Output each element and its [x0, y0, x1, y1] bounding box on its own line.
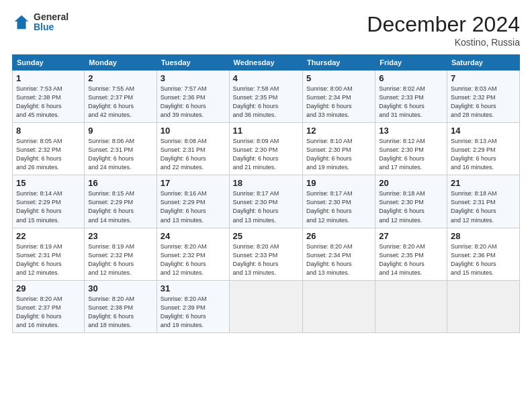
calendar-week-row-2: 8Sunrise: 8:05 AM Sunset: 2:32 PM Daylig…	[13, 123, 520, 175]
logo-blue-text: Blue	[34, 22, 69, 32]
calendar-cell: 22Sunrise: 8:19 AM Sunset: 2:31 PM Dayli…	[13, 228, 85, 280]
logo-icon	[12, 13, 31, 32]
day-number: 24	[161, 231, 226, 241]
calendar-cell: 2Sunrise: 7:55 AM Sunset: 2:37 PM Daylig…	[85, 71, 157, 123]
col-header-tuesday: Tuesday	[157, 55, 229, 71]
day-number: 4	[233, 73, 299, 83]
day-number: 13	[379, 126, 443, 136]
col-header-friday: Friday	[375, 55, 447, 71]
calendar-cell: 14Sunrise: 8:13 AM Sunset: 2:29 PM Dayli…	[447, 123, 519, 175]
calendar-cell: 1Sunrise: 7:53 AM Sunset: 2:38 PM Daylig…	[13, 71, 85, 123]
calendar-cell: 26Sunrise: 8:20 AM Sunset: 2:34 PM Dayli…	[302, 228, 375, 280]
day-number: 23	[88, 231, 153, 241]
calendar-week-row-5: 29Sunrise: 8:20 AM Sunset: 2:37 PM Dayli…	[13, 280, 520, 332]
col-header-sunday: Sunday	[13, 55, 85, 71]
day-info: Sunrise: 7:55 AM Sunset: 2:37 PM Dayligh…	[88, 85, 153, 120]
calendar-week-row-4: 22Sunrise: 8:19 AM Sunset: 2:31 PM Dayli…	[13, 228, 520, 280]
day-number: 29	[16, 283, 81, 293]
day-number: 3	[161, 73, 226, 83]
day-info: Sunrise: 8:06 AM Sunset: 2:31 PM Dayligh…	[88, 137, 153, 172]
day-info: Sunrise: 8:18 AM Sunset: 2:31 PM Dayligh…	[451, 189, 516, 224]
day-info: Sunrise: 8:20 AM Sunset: 2:34 PM Dayligh…	[306, 242, 371, 277]
day-info: Sunrise: 8:03 AM Sunset: 2:32 PM Dayligh…	[451, 85, 516, 120]
logo: General Blue	[12, 12, 69, 33]
page: General Blue December 2024 Kostino, Russ…	[0, 0, 532, 411]
day-info: Sunrise: 8:17 AM Sunset: 2:30 PM Dayligh…	[306, 189, 371, 224]
day-info: Sunrise: 8:19 AM Sunset: 2:32 PM Dayligh…	[88, 242, 153, 277]
calendar-cell: 31Sunrise: 8:20 AM Sunset: 2:39 PM Dayli…	[157, 280, 229, 332]
calendar-cell: 8Sunrise: 8:05 AM Sunset: 2:32 PM Daylig…	[13, 123, 85, 175]
day-info: Sunrise: 8:18 AM Sunset: 2:30 PM Dayligh…	[379, 189, 443, 224]
day-info: Sunrise: 8:00 AM Sunset: 2:34 PM Dayligh…	[306, 85, 371, 120]
calendar-week-row-3: 15Sunrise: 8:14 AM Sunset: 2:29 PM Dayli…	[13, 175, 520, 228]
col-header-saturday: Saturday	[447, 55, 519, 71]
col-header-monday: Monday	[85, 55, 157, 71]
day-number: 30	[88, 283, 153, 293]
calendar-cell: 17Sunrise: 8:16 AM Sunset: 2:29 PM Dayli…	[157, 175, 229, 228]
calendar-cell: 18Sunrise: 8:17 AM Sunset: 2:30 PM Dayli…	[229, 175, 302, 228]
calendar-cell	[375, 280, 447, 332]
day-info: Sunrise: 8:10 AM Sunset: 2:30 PM Dayligh…	[306, 137, 371, 172]
day-info: Sunrise: 8:13 AM Sunset: 2:29 PM Dayligh…	[451, 137, 516, 172]
calendar-cell: 10Sunrise: 8:08 AM Sunset: 2:31 PM Dayli…	[157, 123, 229, 175]
day-number: 17	[161, 178, 226, 188]
day-info: Sunrise: 8:20 AM Sunset: 2:37 PM Dayligh…	[16, 295, 81, 330]
calendar-cell: 19Sunrise: 8:17 AM Sunset: 2:30 PM Dayli…	[302, 175, 375, 228]
calendar-cell	[302, 280, 375, 332]
calendar-cell: 6Sunrise: 8:02 AM Sunset: 2:33 PM Daylig…	[375, 71, 447, 123]
calendar-cell: 27Sunrise: 8:20 AM Sunset: 2:35 PM Dayli…	[375, 228, 447, 280]
day-info: Sunrise: 8:14 AM Sunset: 2:29 PM Dayligh…	[16, 189, 81, 224]
col-header-thursday: Thursday	[302, 55, 375, 71]
day-number: 9	[88, 126, 153, 136]
day-number: 26	[306, 231, 371, 241]
day-info: Sunrise: 8:20 AM Sunset: 2:39 PM Dayligh…	[161, 295, 226, 330]
calendar-cell: 25Sunrise: 8:20 AM Sunset: 2:33 PM Dayli…	[229, 228, 302, 280]
day-info: Sunrise: 8:20 AM Sunset: 2:33 PM Dayligh…	[233, 242, 299, 277]
day-number: 6	[379, 73, 443, 83]
day-number: 15	[16, 178, 81, 188]
title-block: December 2024 Kostino, Russia	[367, 12, 520, 48]
day-info: Sunrise: 8:17 AM Sunset: 2:30 PM Dayligh…	[233, 189, 299, 224]
day-number: 28	[451, 231, 516, 241]
calendar-cell: 20Sunrise: 8:18 AM Sunset: 2:30 PM Dayli…	[375, 175, 447, 228]
day-info: Sunrise: 7:58 AM Sunset: 2:35 PM Dayligh…	[233, 85, 299, 120]
day-number: 8	[16, 126, 81, 136]
month-title: December 2024	[367, 12, 520, 37]
calendar-cell: 30Sunrise: 8:20 AM Sunset: 2:38 PM Dayli…	[85, 280, 157, 332]
day-info: Sunrise: 8:20 AM Sunset: 2:36 PM Dayligh…	[451, 242, 516, 277]
day-number: 22	[16, 231, 81, 241]
day-number: 31	[161, 283, 226, 293]
calendar-table: Sunday Monday Tuesday Wednesday Thursday…	[12, 54, 520, 333]
calendar-cell: 5Sunrise: 8:00 AM Sunset: 2:34 PM Daylig…	[302, 71, 375, 123]
calendar-cell: 29Sunrise: 8:20 AM Sunset: 2:37 PM Dayli…	[13, 280, 85, 332]
day-number: 14	[451, 126, 516, 136]
calendar-cell: 28Sunrise: 8:20 AM Sunset: 2:36 PM Dayli…	[447, 228, 519, 280]
day-info: Sunrise: 8:12 AM Sunset: 2:30 PM Dayligh…	[379, 137, 443, 172]
calendar-cell: 23Sunrise: 8:19 AM Sunset: 2:32 PM Dayli…	[85, 228, 157, 280]
day-info: Sunrise: 7:57 AM Sunset: 2:36 PM Dayligh…	[161, 85, 226, 120]
svg-marker-0	[15, 15, 29, 30]
day-info: Sunrise: 8:05 AM Sunset: 2:32 PM Dayligh…	[16, 137, 81, 172]
calendar-cell: 13Sunrise: 8:12 AM Sunset: 2:30 PM Dayli…	[375, 123, 447, 175]
day-info: Sunrise: 8:09 AM Sunset: 2:30 PM Dayligh…	[233, 137, 299, 172]
calendar-cell: 9Sunrise: 8:06 AM Sunset: 2:31 PM Daylig…	[85, 123, 157, 175]
calendar-cell: 7Sunrise: 8:03 AM Sunset: 2:32 PM Daylig…	[447, 71, 519, 123]
day-info: Sunrise: 8:15 AM Sunset: 2:29 PM Dayligh…	[88, 189, 153, 224]
day-info: Sunrise: 8:08 AM Sunset: 2:31 PM Dayligh…	[161, 137, 226, 172]
logo-text: General Blue	[34, 12, 69, 33]
day-number: 19	[306, 178, 371, 188]
col-header-wednesday: Wednesday	[229, 55, 302, 71]
calendar-cell: 15Sunrise: 8:14 AM Sunset: 2:29 PM Dayli…	[13, 175, 85, 228]
day-info: Sunrise: 8:16 AM Sunset: 2:29 PM Dayligh…	[161, 189, 226, 224]
header: General Blue December 2024 Kostino, Russ…	[12, 12, 520, 48]
day-number: 7	[451, 73, 516, 83]
day-number: 11	[233, 126, 299, 136]
day-number: 27	[379, 231, 443, 241]
day-number: 2	[88, 73, 153, 83]
day-number: 25	[233, 231, 299, 241]
calendar-cell: 3Sunrise: 7:57 AM Sunset: 2:36 PM Daylig…	[157, 71, 229, 123]
calendar-cell: 12Sunrise: 8:10 AM Sunset: 2:30 PM Dayli…	[302, 123, 375, 175]
day-number: 12	[306, 126, 371, 136]
day-number: 10	[161, 126, 226, 136]
day-number: 18	[233, 178, 299, 188]
